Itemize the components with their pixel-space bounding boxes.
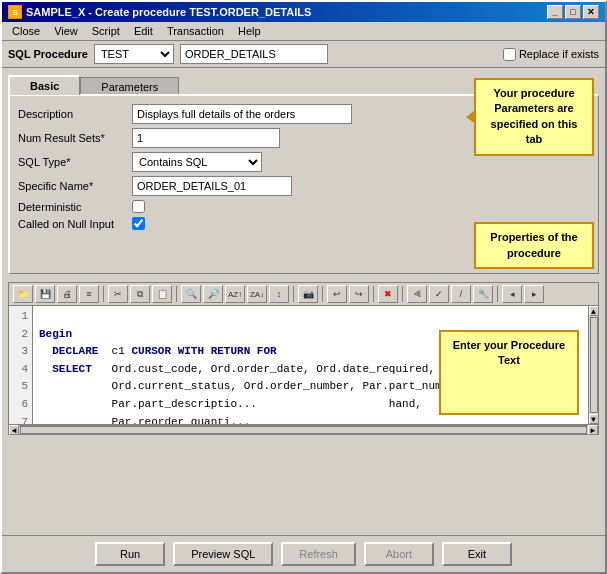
sql-procedure-label: SQL Procedure [8,48,88,60]
refresh-button[interactable]: Refresh [281,542,356,566]
specific-name-input[interactable] [132,176,292,196]
sort-az-icon[interactable]: AZ↑ [225,285,245,303]
num-result-sets-input[interactable] [132,128,280,148]
menu-help[interactable]: Help [232,24,267,38]
sep5 [373,286,374,302]
main-window: S SAMPLE_X - Create procedure TEST.ORDER… [0,0,607,574]
vertical-scrollbar[interactable]: ▲ ▼ [588,306,598,424]
open-folder-icon[interactable]: 📁 [13,285,33,303]
sep2 [176,286,177,302]
schema-select[interactable]: TEST [94,44,174,64]
window-title: SAMPLE_X - Create procedure TEST.ORDER_D… [26,6,311,18]
editor-section: 📁 💾 🖨 ≡ ✂ ⧉ 📋 🔍 🔎 AZ↑ ZA↓ ↕ 📷 ↩ ↪ [8,282,599,435]
abort-button[interactable]: Abort [364,542,434,566]
align-left-icon[interactable]: ⫷ [407,285,427,303]
sep3 [293,286,294,302]
replace-if-exists-checkbox[interactable] [503,48,516,61]
code-editor-wrapper: 1 2 3 4 5 6 7 8 9 10 Begin DECLARE c1 CU… [8,305,599,425]
copy-icon[interactable]: ⧉ [130,285,150,303]
tab-basic-content: Your procedure Parameters are specified … [8,94,599,274]
sql-type-select[interactable]: Contains SQL No SQL Reads SQL Data Modif… [132,152,262,172]
camera-icon[interactable]: 📷 [298,285,318,303]
description-input[interactable] [132,104,352,124]
indent-right-icon[interactable]: ▸ [524,285,544,303]
list-icon[interactable]: ≡ [79,285,99,303]
menu-close[interactable]: Close [6,24,46,38]
called-on-null-label: Called on Null Input [18,218,128,230]
properties-tooltip: Properties of the procedure [474,222,594,269]
procedure-name-input[interactable] [180,44,328,64]
slash-icon[interactable]: / [451,285,471,303]
deterministic-row: Deterministic Properties of the procedur… [18,200,590,213]
save-icon[interactable]: 💾 [35,285,55,303]
preview-sql-button[interactable]: Preview SQL [173,542,273,566]
procedure-text-tooltip: Enter your Procedure Text [439,330,579,415]
wrench-icon[interactable]: 🔧 [473,285,493,303]
sep7 [497,286,498,302]
minimize-button[interactable]: _ [547,5,563,19]
specific-name-row: Specific Name* [18,176,590,196]
title-controls: _ □ ✕ [547,5,599,19]
menu-script[interactable]: Script [86,24,126,38]
move-icon[interactable]: ↕ [269,285,289,303]
find-icon[interactable]: 🔍 [181,285,201,303]
app-icon: S [8,5,22,19]
magnify-icon[interactable]: 🔎 [203,285,223,303]
menu-bar: Close View Script Edit Transaction Help [2,22,605,41]
run-button[interactable]: Run [95,542,165,566]
print-icon[interactable]: 🖨 [57,285,77,303]
sql-type-label: SQL Type* [18,156,128,168]
tab-container: Basic Parameters Your procedure Paramete… [8,74,599,274]
line-numbers: 1 2 3 4 5 6 7 8 9 10 [9,306,33,424]
menu-view[interactable]: View [48,24,84,38]
paste-icon[interactable]: 📋 [152,285,172,303]
tab-basic[interactable]: Basic [8,75,80,95]
close-button[interactable]: ✕ [583,5,599,19]
replace-if-exists-label: Replace if exists [503,48,599,61]
undo-icon[interactable]: ↩ [327,285,347,303]
check-icon[interactable]: ✓ [429,285,449,303]
sep1 [103,286,104,302]
sort-za-icon[interactable]: ZA↓ [247,285,267,303]
menu-transaction[interactable]: Transaction [161,24,230,38]
deterministic-checkbox[interactable] [132,200,145,213]
maximize-button[interactable]: □ [565,5,581,19]
cut-icon[interactable]: ✂ [108,285,128,303]
horizontal-scrollbar[interactable]: ◄ ► [8,425,599,435]
main-content: Basic Parameters Your procedure Paramete… [2,68,605,535]
exit-button[interactable]: Exit [442,542,512,566]
deterministic-label: Deterministic [18,201,128,213]
title-bar: S SAMPLE_X - Create procedure TEST.ORDER… [2,2,605,22]
stop-icon[interactable]: ✖ [378,285,398,303]
sql-procedure-toolbar: SQL Procedure TEST Replace if exists [2,41,605,68]
indent-left-icon[interactable]: ◂ [502,285,522,303]
parameters-tooltip: Your procedure Parameters are specified … [474,78,594,156]
called-on-null-checkbox[interactable] [132,217,145,230]
specific-name-label: Specific Name* [18,180,128,192]
redo-icon[interactable]: ↪ [349,285,369,303]
title-bar-left: S SAMPLE_X - Create procedure TEST.ORDER… [8,5,311,19]
sep6 [402,286,403,302]
editor-toolbar: 📁 💾 🖨 ≡ ✂ ⧉ 📋 🔍 🔎 AZ↑ ZA↓ ↕ 📷 ↩ ↪ [8,282,599,305]
menu-edit[interactable]: Edit [128,24,159,38]
description-label: Description [18,108,128,120]
num-result-sets-label: Num Result Sets* [18,132,128,144]
bottom-bar: Run Preview SQL Refresh Abort Exit [2,535,605,572]
tooltip-arrow [466,111,474,123]
sep4 [322,286,323,302]
